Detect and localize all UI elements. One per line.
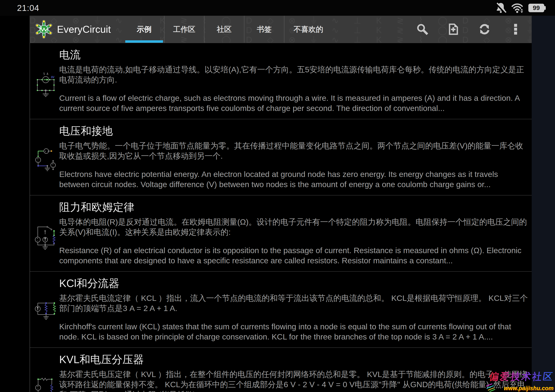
item-description-zh: 电导体的电阻(R)是反对通过电流。在欧姆电阻测量(Ω)。设计的电子元件有一个特定… — [59, 217, 529, 237]
circuit-thumbnail: + − — [34, 221, 58, 252]
watermark-streaks-icon — [484, 384, 501, 392]
tab-bookmarks[interactable]: 书签 — [244, 16, 284, 43]
circuit-thumbnail: 5 A 0V — [34, 69, 57, 100]
appbar-actions — [416, 23, 522, 36]
svg-text:5 A: 5 A — [43, 72, 48, 76]
everycircuit-logo-icon — [34, 20, 53, 39]
app-bar: D ◇ ⊗ ⏚ ∿ ⊥ K ≷ ⌇ ◯ D ◇ ⊗ ⏚ ∿ ⊥ K ≷ ⌇ ◯ … — [29, 16, 532, 43]
watermark-title: 偏爱技术社区 — [484, 370, 555, 383]
overflow-menu-icon[interactable] — [509, 23, 522, 36]
window-right-margin — [532, 16, 555, 392]
screen: 21:04 99 D — [0, 0, 555, 392]
item-description-en: Electrons have electric potential energy… — [59, 169, 529, 190]
tab-community[interactable]: 社区 — [204, 16, 244, 43]
svg-text:−: − — [37, 239, 38, 242]
battery-indicator: 99 — [528, 4, 544, 12]
watermark-url: www.paijishu.com — [504, 385, 554, 392]
status-icons: 99 — [494, 1, 544, 14]
item-title: KCl和分流器 — [59, 276, 529, 291]
svg-text:ı +: ı + — [45, 150, 49, 153]
notifications-off-icon — [494, 1, 507, 14]
battery-level: 99 — [533, 4, 540, 11]
status-bar: 21:04 99 — [0, 0, 555, 16]
add-circuit-icon[interactable] — [447, 23, 460, 36]
list-item-current[interactable]: 5 A 0V 电流 — [30, 43, 532, 119]
svg-text:−: − — [52, 165, 53, 168]
tab-bar: 示例 工作区 社区 书签 不喜欢的 — [124, 16, 332, 43]
tab-examples[interactable]: 示例 — [124, 16, 164, 43]
svg-text:−: − — [37, 160, 38, 162]
wifi-icon — [511, 1, 524, 14]
list-item-ohms-law[interactable]: + − — [30, 195, 532, 271]
item-description-en: Current is a flow of electric charge, su… — [59, 93, 529, 113]
item-title: 电压和接地 — [59, 124, 529, 138]
svg-text:0V: 0V — [51, 76, 54, 79]
item-description-zh: 电子电气势能。一个电子位于地面节点能量为零。其在传播过程中能量变化电路节点之间。… — [59, 141, 529, 161]
circuit-thumbnail: ı + + − + — [34, 145, 57, 176]
tab-disliked[interactable]: 不喜欢的 — [284, 16, 332, 43]
list-item-kvl[interactable]: + − KVL和电压分压器 基尔霍夫氏电压定律（ KVL ）指出，在整个组件的电… — [30, 347, 532, 392]
app-window: D ◇ ⊗ ⏚ ∿ ⊥ K ≷ ⌇ ◯ D ◇ ⊗ ⏚ ∿ ⊥ K ≷ ⌇ ◯ … — [29, 16, 532, 392]
item-title: 阻力和欧姆定律 — [59, 200, 529, 214]
list-item-voltage-ground[interactable]: ı + + − + — [30, 119, 532, 195]
list-item-kcl[interactable]: KCl和分流器 基尔霍夫氏电流定律（ KCL ）指出，流入一个节点的电流的和等于… — [30, 271, 532, 347]
item-description-zh: 电流是电荷的流动,如电子移动通过导线。以安培(A),它有一个方向。五5安培的电流… — [59, 64, 529, 85]
circuit-thumbnail — [34, 298, 58, 325]
search-icon[interactable] — [416, 23, 429, 36]
item-title: 电流 — [59, 48, 529, 62]
circuit-thumbnail: + − — [34, 374, 57, 392]
item-description-zh: 基尔霍夫氏电流定律（ KCL ）指出，流入一个节点的电流的和等于流出该节点的电流… — [59, 293, 529, 314]
example-list: 5 A 0V 电流 — [29, 43, 532, 392]
tab-underline — [125, 40, 163, 43]
app-title: EveryCircuit — [57, 23, 111, 35]
status-clock: 21:04 — [17, 3, 39, 13]
svg-text:−: − — [37, 388, 38, 390]
item-description-zh: 基尔霍夫氏电压定律（ KVL ）指出，在整个组件的电压的任何封闭网络环的总和是零… — [59, 369, 529, 392]
item-description-en: Resistance (R) of an electrical conducto… — [59, 245, 529, 266]
tab-workspace[interactable]: 工作区 — [164, 16, 204, 43]
item-description-en: Kirchhoff's current law (KCL) states tha… — [59, 321, 529, 342]
sync-icon[interactable] — [478, 23, 491, 36]
item-title: KVL和电压分压器 — [59, 352, 529, 367]
watermark: 偏爱技术社区 www.paijishu.com — [484, 370, 554, 392]
